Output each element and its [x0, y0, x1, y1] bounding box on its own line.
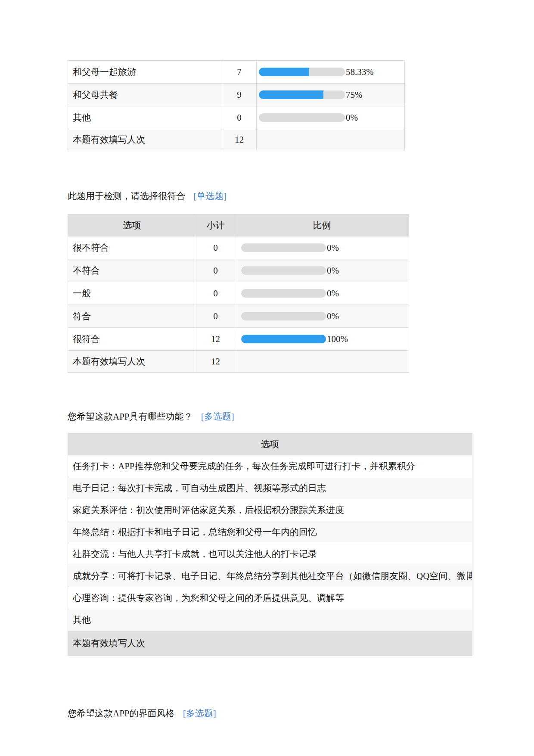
ratio-cell: 0% [235, 236, 409, 259]
ratio-bar: 0% [235, 265, 409, 276]
header-option: 选项 [68, 215, 196, 236]
ratio-bar-track [241, 266, 326, 275]
option-label: 社群交流：与他人共享打卡成就，也可以关注他人的打卡记录 [68, 543, 472, 565]
header-subtotal: 小计 [196, 215, 235, 236]
ratio-cell: 100% [235, 328, 409, 351]
ratio-bar-track [259, 90, 345, 99]
option-count: 0 [196, 282, 235, 305]
question-type-tag: [单选题] [193, 191, 227, 201]
ratio-bar: 58.33% [257, 67, 404, 78]
option-label: 年终总结：根据打卡和电子日记，总结您和父母一年内的回忆 [68, 521, 472, 543]
ratio-bar-fill [259, 68, 309, 76]
ratio-cell-empty [257, 129, 405, 150]
valid-respondents-label: 本题有效填写人次 [68, 129, 222, 150]
table-row: 符合 0 0% [68, 305, 409, 328]
ratio-cell-empty [235, 351, 409, 373]
table-row: 很符合 12 100% [68, 328, 409, 351]
ratio-cell: 0% [235, 259, 409, 282]
ratio-bar: 0% [257, 112, 404, 123]
table-footer-row: 本题有效填写人次 12 [68, 351, 409, 373]
ratio-bar-track [241, 312, 326, 320]
check-result-table: 选项 小计 比例 很不符合 0 0% 不符合 0 [68, 214, 409, 373]
ratio-bar: 100% [235, 334, 409, 345]
option-label: 和父母一起旅游 [68, 61, 222, 84]
table-row: 和父母一起旅游 7 58.33% [68, 61, 405, 84]
valid-respondents-count: 12 [222, 129, 257, 150]
ratio-percent: 0% [327, 265, 339, 276]
option-label: 和父母共餐 [68, 84, 222, 106]
option-label: 符合 [68, 305, 196, 328]
ratio-percent: 0% [327, 288, 339, 299]
table-header-row: 选项 小计 比例 [68, 215, 409, 236]
question-title-check: 此题用于检测，请选择很符合 [单选题] [68, 190, 534, 202]
option-label: 一般 [68, 282, 196, 305]
option-count: 0 [196, 236, 235, 259]
table-row: 电子日记：每次打卡完成，可自动生成图片、视频等形式的日志 [68, 477, 472, 499]
valid-respondents-count: 12 [196, 351, 235, 373]
table-footer-row: 本题有效填写人次 [68, 631, 472, 656]
ratio-cell: 58.33% [257, 61, 405, 84]
ratio-percent: 0% [327, 311, 339, 322]
ratio-bar: 0% [235, 243, 409, 253]
option-label: 家庭关系评估：初次使用时评估家庭关系，后根据积分跟踪关系进度 [68, 499, 472, 521]
ratio-bar-track [259, 68, 345, 76]
table-row: 和父母共餐 9 75% [68, 84, 405, 106]
table-row: 家庭关系评估：初次使用时评估家庭关系，后根据积分跟踪关系进度 [68, 499, 472, 521]
option-count: 12 [196, 328, 235, 351]
header-ratio: 比例 [235, 215, 409, 236]
ratio-bar: 75% [257, 90, 404, 100]
option-label: 不符合 [68, 259, 196, 282]
ratio-percent: 0% [346, 112, 358, 123]
option-label: 电子日记：每次打卡完成，可自动生成图片、视频等形式的日志 [68, 477, 472, 499]
table-row: 任务打卡：APP推荐您和父母要完成的任务，每次任务完成即可进行打卡，并积累积分 [68, 455, 472, 477]
question-title-features: 您希望这款APP具有哪些功能？ [多选题] [68, 411, 534, 423]
ratio-bar-fill [241, 335, 326, 343]
question-type-tag: [多选题] [201, 411, 234, 422]
ratio-bar-track [241, 243, 326, 252]
option-label: 很不符合 [68, 236, 196, 259]
table-header-row: 选项 [68, 433, 472, 455]
option-count: 7 [222, 61, 257, 84]
ratio-bar-track [241, 289, 326, 298]
option-label: 任务打卡：APP推荐您和父母要完成的任务，每次任务完成即可进行打卡，并积累积分 [68, 455, 472, 477]
ratio-cell: 0% [235, 305, 409, 328]
option-count: 0 [196, 259, 235, 282]
ratio-cell: 0% [257, 106, 405, 129]
option-label: 很符合 [68, 328, 196, 351]
question-type-tag: [多选题] [183, 708, 216, 719]
header-option: 选项 [68, 433, 472, 455]
survey-report-page: 和父母一起旅游 7 58.33% 和父母共餐 9 75% [0, 60, 534, 719]
ratio-cell: 0% [235, 282, 409, 305]
table-row: 不符合 0 0% [68, 259, 409, 282]
option-label: 其他 [68, 609, 472, 631]
option-label: 其他 [68, 106, 222, 129]
table-row: 成就分享：可将打卡记录、电子日记、年终总结分享到其他社交平台（如微信朋友圈、QQ… [68, 565, 472, 587]
features-option-table: 选项 任务打卡：APP推荐您和父母要完成的任务，每次任务完成即可进行打卡，并积累… [68, 433, 472, 656]
ratio-percent: 58.33% [346, 67, 374, 78]
question-text: 此题用于检测，请选择很符合 [68, 191, 185, 201]
activities-result-table: 和父母一起旅游 7 58.33% 和父母共餐 9 75% [68, 60, 405, 150]
option-label: 成就分享：可将打卡记录、电子日记、年终总结分享到其他社交平台（如微信朋友圈、QQ… [68, 565, 472, 587]
table-row: 其他 [68, 609, 472, 631]
option-label: 心理咨询：提供专家咨询，为您和父母之间的矛盾提供意见、调解等 [68, 587, 472, 609]
question-title-ui-style: 您希望这款APP的界面风格 [多选题] [68, 707, 534, 719]
table-footer-row: 本题有效填写人次 12 [68, 129, 405, 150]
ratio-percent: 0% [327, 243, 339, 253]
question-text: 您希望这款APP具有哪些功能？ [68, 411, 193, 422]
table-row: 年终总结：根据打卡和电子日记，总结您和父母一年内的回忆 [68, 521, 472, 543]
ratio-bar-track [241, 335, 326, 343]
table-row: 心理咨询：提供专家咨询，为您和父母之间的矛盾提供意见、调解等 [68, 587, 472, 609]
table-row: 很不符合 0 0% [68, 236, 409, 259]
ratio-cell: 75% [257, 84, 405, 106]
option-count: 0 [196, 305, 235, 328]
ratio-bar: 0% [235, 311, 409, 322]
table-row: 一般 0 0% [68, 282, 409, 305]
valid-respondents-label: 本题有效填写人次 [68, 351, 196, 373]
ratio-bar-fill [259, 90, 323, 99]
option-count: 9 [222, 84, 257, 106]
valid-respondents-label: 本题有效填写人次 [68, 631, 472, 656]
table-row: 社群交流：与他人共享打卡成就，也可以关注他人的打卡记录 [68, 543, 472, 565]
option-count: 0 [222, 106, 257, 129]
ratio-percent: 100% [327, 334, 348, 345]
question-text: 您希望这款APP的界面风格 [68, 708, 175, 719]
